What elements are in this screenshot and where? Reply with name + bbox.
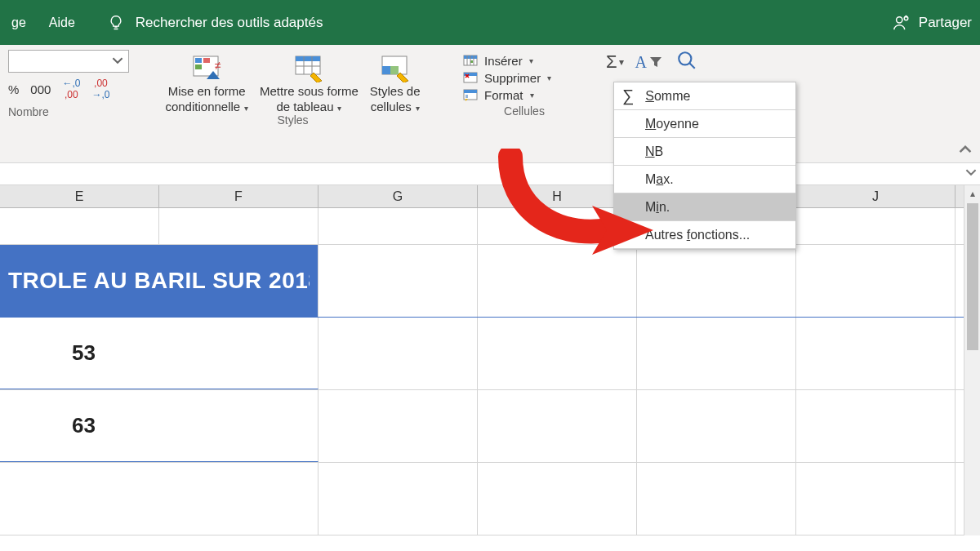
autosum-menu-min[interactable]: Min. (614, 193, 795, 221)
grid[interactable]: E F G H I J TROLE AU BARIL SUR 2018 (0, 185, 964, 535)
svg-rect-7 (195, 64, 202, 69)
cell[interactable] (796, 208, 956, 244)
find-select-button[interactable] (676, 50, 697, 74)
cell[interactable] (318, 390, 478, 462)
format-as-table-icon (294, 53, 323, 82)
autosum-button[interactable]: Σ ▾ (603, 50, 627, 74)
title-cell[interactable]: TROLE AU BARIL SUR 2018 (0, 245, 318, 317)
sigma-icon: Σ (606, 51, 617, 73)
delete-cells-icon (463, 70, 479, 85)
scroll-up-button[interactable]: ▴ (970, 185, 975, 202)
svg-rect-10 (296, 56, 320, 61)
chevron-down-icon: ▾ (530, 91, 534, 100)
cell[interactable] (478, 463, 637, 535)
share-icon (893, 14, 911, 32)
tell-me-search[interactable]: Rechercher des outils adaptés (108, 15, 323, 31)
autosum-dropdown-menu: ∑ Somme Moyenne NB Max. Min. Autres fonc… (613, 82, 796, 250)
cell[interactable] (796, 390, 956, 462)
chevron-down-icon (965, 167, 977, 178)
cell[interactable] (796, 463, 956, 535)
svg-point-27 (679, 52, 691, 64)
tab-aide[interactable]: Aide (49, 16, 75, 30)
group-label-cells: Cellules (504, 104, 545, 118)
format-as-table-button[interactable]: Mettre sous forme de tableau ▾ (260, 53, 359, 113)
chevron-down-icon: ▾ (619, 56, 624, 68)
group-cells: Insérer ▾ Supprimer ▾ Format ▾ Cellules (455, 45, 594, 122)
tab-affichage-partial[interactable]: ge (11, 16, 26, 30)
insert-cells-icon (463, 53, 479, 68)
table-row (0, 463, 964, 535)
column-header-F[interactable]: F (159, 185, 318, 207)
tell-me-placeholder: Rechercher des outils adaptés (136, 15, 323, 31)
percent-style-button[interactable]: % (8, 82, 19, 96)
cell[interactable] (637, 390, 796, 462)
expand-formula-bar-button[interactable] (965, 167, 977, 180)
cell[interactable] (318, 208, 478, 244)
cell-styles-button[interactable]: Styles de cellules ▾ (370, 53, 421, 113)
column-header-G[interactable]: G (318, 185, 478, 207)
cell[interactable] (0, 463, 318, 535)
group-editing: Σ ▾ A (595, 45, 706, 76)
cell[interactable] (159, 208, 318, 244)
decrease-decimal-button[interactable]: ,00→,0 (91, 78, 109, 100)
format-cells-button[interactable]: Format ▾ (463, 87, 551, 102)
svg-line-28 (689, 63, 695, 69)
number-buttons-row: % 000 ←,0,00 ,00→,0 (8, 78, 109, 100)
cell[interactable] (478, 245, 637, 317)
cell[interactable] (318, 245, 478, 317)
increase-decimal-button[interactable]: ←,0,00 (62, 78, 80, 100)
cell[interactable] (0, 208, 159, 244)
title-bar: ge Aide Rechercher des outils adaptés Pa… (0, 0, 980, 45)
svg-rect-15 (382, 66, 390, 74)
cell-styles-icon (381, 53, 410, 82)
value-cell-1[interactable]: 53 (0, 318, 318, 389)
table-row: 53 (0, 318, 964, 390)
cell[interactable] (796, 318, 956, 389)
conditional-formatting-icon: ≠ (192, 53, 221, 82)
svg-rect-16 (390, 66, 399, 74)
autosum-menu-average[interactable]: Moyenne (614, 110, 795, 138)
autosum-menu-sum[interactable]: ∑ Somme (614, 82, 795, 110)
ribbon-tabs: ge Aide (11, 16, 75, 30)
autosum-menu-more-functions[interactable]: Autres fonctions... (614, 221, 795, 249)
conditional-formatting-button[interactable]: ≠ Mise en forme conditionnelle ▾ (165, 53, 248, 113)
sort-filter-button[interactable]: A (635, 50, 663, 74)
group-label-number: Nombre (8, 105, 49, 118)
chevron-down-icon (112, 55, 123, 69)
cell[interactable] (478, 390, 637, 462)
share-button[interactable]: Partager (893, 14, 972, 32)
comma-style-button[interactable]: 000 (30, 82, 51, 96)
table-row: 63 (0, 390, 964, 463)
chevron-down-icon: ▾ (413, 104, 420, 113)
svg-rect-5 (195, 58, 202, 63)
svg-rect-6 (203, 58, 210, 63)
collapse-ribbon-button[interactable] (959, 143, 972, 159)
sigma-icon: ∑ (622, 87, 634, 105)
table-row (0, 208, 964, 245)
svg-text:≠: ≠ (215, 59, 221, 72)
number-format-combo[interactable] (8, 50, 129, 73)
chevron-down-icon: ▾ (529, 56, 533, 65)
insert-cells-button[interactable]: Insérer ▾ (463, 53, 551, 68)
cell[interactable] (637, 463, 796, 535)
autosum-menu-max[interactable]: Max. (614, 166, 795, 193)
autosum-menu-count[interactable]: NB (614, 138, 795, 166)
sort-icon: A (635, 53, 647, 72)
column-headers: E F G H I J (0, 185, 964, 208)
delete-cells-button[interactable]: Supprimer ▾ (463, 70, 551, 85)
cell[interactable] (637, 245, 796, 317)
group-number: % 000 ←,0,00 ,00→,0 Nombre (0, 45, 131, 123)
cell[interactable] (796, 245, 956, 317)
column-header-J[interactable]: J (796, 185, 956, 207)
cell[interactable] (637, 318, 796, 389)
cell[interactable] (478, 318, 637, 389)
scrollbar-thumb[interactable] (967, 203, 978, 350)
table-row: TROLE AU BARIL SUR 2018 (0, 245, 964, 318)
vertical-scrollbar[interactable]: ▴ (964, 185, 980, 535)
column-header-E[interactable]: E (0, 185, 159, 207)
svg-point-0 (896, 16, 902, 22)
cell[interactable] (318, 463, 478, 535)
cell[interactable] (318, 318, 478, 389)
value-cell-2[interactable]: 63 (0, 390, 318, 462)
formula-bar[interactable] (0, 163, 980, 185)
